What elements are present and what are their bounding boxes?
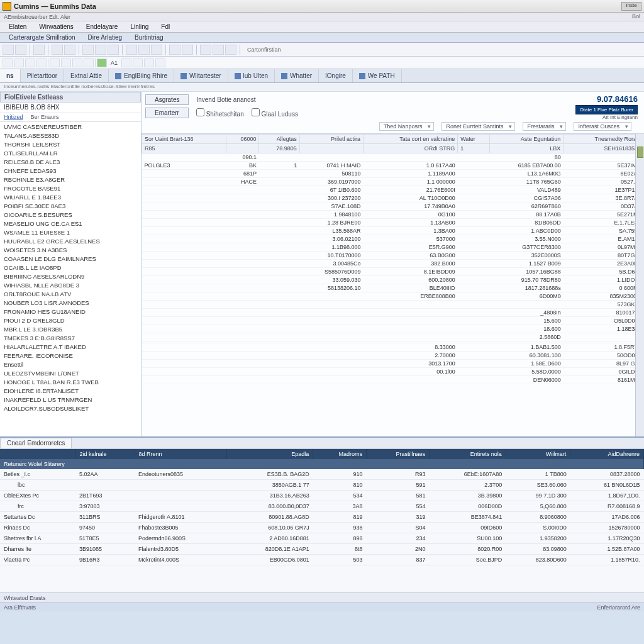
bottom-header-cell[interactable]: 8d Rrenn	[135, 449, 226, 459]
sidebar-item[interactable]: FEERARE. IECORONISE	[0, 351, 141, 360]
sidebar-item[interactable]: MEASELIO UNG OE.CA ES1	[0, 219, 141, 228]
filter-drop-1[interactable]: Thed Nanposrs	[379, 122, 435, 131]
table-row[interactable]: DEN060008161M00	[142, 376, 644, 384]
tool2-icon-1[interactable]	[3, 58, 13, 67]
tool2-icon-2[interactable]	[14, 58, 24, 67]
summary-button[interactable]: Otate 1 Five Platz Burer	[575, 105, 638, 114]
tool-icon-5[interactable]	[64, 45, 75, 55]
check-label-1[interactable]: Shihetschitan	[196, 108, 244, 118]
table-row[interactable]: 00.1l005.58D.00000GILD00	[142, 368, 644, 376]
mode-item-2[interactable]: Burtintriag	[128, 33, 170, 42]
sidebar-item[interactable]: Ensettil	[0, 360, 141, 369]
table-row[interactable]: 2.7000060.3081.10050OD000	[142, 352, 644, 360]
tool-icon-13[interactable]	[182, 45, 193, 55]
menu-item-1[interactable]: Wirwaatiens	[33, 22, 79, 31]
sidebar-item[interactable]: OTLISELRLLAM LR	[0, 148, 141, 157]
table-row[interactable]: S7AE.108D17.749B0A062R69T8600D37A0	[142, 203, 644, 211]
bottom-header-cell[interactable]: Madroms	[313, 449, 367, 459]
table-row[interactable]: 090.180	[142, 153, 644, 162]
sidebar-item[interactable]: PIOUI 2 D GREL8GLD	[0, 316, 141, 325]
grid-h5[interactable]: Tata cort en valcratine	[364, 135, 458, 144]
export-button[interactable]: Emarterr	[145, 108, 189, 118]
nav-tab-8[interactable]: We PATH	[353, 69, 402, 82]
filter-drop-3[interactable]: Frestararis	[523, 122, 566, 131]
table-row[interactable]: 1.1B98.000E5R.G900G3T7CER83000L97M00	[142, 243, 644, 252]
bottom-row[interactable]: lbc3850AGB.1 778105912.3T00SE3.60.06061 …	[0, 480, 644, 491]
tool2-icon-10[interactable]	[133, 58, 143, 67]
tool2-icon-3[interactable]	[25, 58, 35, 67]
tool-icon-6[interactable]	[82, 45, 94, 55]
sidebar-item[interactable]: WIHIASBL NLLE ABG8DE 3	[0, 280, 141, 289]
table-row[interactable]: 300.I 237200AL T10O0D00CGIS7A063E.8R7A0	[142, 194, 644, 203]
scrollbar-thumb[interactable]	[637, 147, 643, 158]
table-row[interactable]: 15.600O5L0D000	[142, 317, 644, 325]
tool-icon-9[interactable]	[126, 45, 137, 55]
bottom-row[interactable]: frc3:9700383.000.B0,0D373A8554006D00D5,Q…	[0, 501, 644, 512]
table-row[interactable]: 3013.17001.58E.D6008L97 G00	[142, 360, 644, 368]
tool2-icon-8[interactable]	[84, 58, 94, 67]
nav-tab-4[interactable]: Wlitartester	[174, 69, 228, 82]
nav-tab-6[interactable]: Whatter	[275, 69, 319, 82]
sidebar-item[interactable]: THORSHI LEILSRST	[0, 140, 141, 148]
sidebar-item[interactable]: UVMC CASENEREUSTIBER	[0, 122, 141, 131]
tool-icon-7[interactable]	[95, 45, 106, 55]
sidebar-item[interactable]: POIBFI SE.30EE 8AE3	[0, 201, 141, 210]
table-row[interactable]: 58138206.10BLE40IIID1817.281688s0 600M0	[142, 284, 644, 292]
bottom-row[interactable]: Rinaes Dc97450Fhaboste3B005608.10.06 GR7…	[0, 523, 644, 533]
sidebar-item[interactable]: OICOARILE S.BESURES	[0, 210, 141, 219]
tool2-icon-7[interactable]	[72, 58, 82, 67]
filter-drop-4[interactable]: Infterast Ousces	[574, 122, 631, 131]
sidebar-tab-2[interactable]: Ber Enaurs	[27, 113, 63, 121]
table-row[interactable]: _4808In81001740	[142, 309, 644, 317]
table-row[interactable]: S585076D0098.1EIBDD091057.16BG885B.D600	[142, 268, 644, 276]
sidebar-tab-1[interactable]: Hritized	[0, 113, 27, 121]
nav-tab-5[interactable]: lub Ulten	[228, 69, 275, 82]
sidebar-item[interactable]: EIOHLERE I8.ERTANLISET	[0, 386, 141, 395]
sidebar-item[interactable]: HIALARLALETRE A.T IBAKED	[0, 342, 141, 351]
tool-icon-12[interactable]	[169, 45, 180, 55]
sidebar-item[interactable]: NOUBER LO3 LISR.AMNODES	[0, 298, 141, 307]
mode-item-1[interactable]: Dire Arlatieg	[82, 33, 128, 42]
bottom-header-cell[interactable]: Wiilmart	[506, 449, 570, 459]
tool2-icon-11[interactable]	[144, 58, 154, 67]
table-row[interactable]: 681P5081101.1189A00L13.1A6M0G8E02AB	[142, 170, 644, 178]
table-row[interactable]: 2.5860D	[142, 333, 644, 341]
sidebar-item[interactable]: RBCHINLE E3.A8GER	[0, 175, 141, 184]
tool-icon-11[interactable]	[151, 45, 162, 55]
bottom-tab[interactable]: Cnearl Emdorroretcs	[0, 438, 72, 448]
sidebar-item[interactable]: OCAIIB.L LE IAO8PD	[0, 263, 141, 272]
check-2[interactable]	[252, 108, 260, 116]
menu-item-4[interactable]: Fdl	[155, 22, 176, 31]
table-row[interactable]: 1.98481000G10088.17A0B5E271M0	[142, 211, 644, 219]
table-row[interactable]: 33:059.030600.20800915.70 78DR801.LIDO00	[142, 276, 644, 284]
sidebar-item[interactable]: ALOILDCR7.SUBODSUBLIKET	[0, 404, 141, 413]
nav-tab-7[interactable]: IOngire	[319, 69, 353, 82]
menu-item-2[interactable]: Endelayare	[80, 22, 125, 31]
tool-icon-3[interactable]	[33, 45, 45, 55]
bottom-row[interactable]: Viaetra Pc9B16R3Mckrotint4.000SEB00GD6.0…	[0, 555, 644, 565]
bottom-header-cell[interactable]: Prastillnaes	[367, 449, 430, 459]
table-row[interactable]: ERBE808B006D00M0835M2300.6	[142, 292, 644, 301]
sidebar-item[interactable]: HUURABLL E2 GRCE.AESLELNES	[0, 236, 141, 245]
nav-tab-1[interactable]: Piletarttoor	[21, 69, 64, 82]
sidebar-item[interactable]: ULEOZSTVMBEINI L/ONET	[0, 369, 141, 377]
grid-h2[interactable]: 06000	[226, 135, 259, 144]
tool2-icon-5[interactable]	[50, 58, 60, 67]
check-label-2[interactable]: Glaal Luduss	[252, 108, 298, 118]
tool2-icon-12[interactable]	[155, 58, 165, 67]
table-row[interactable]: 573GK00	[142, 301, 644, 309]
sidebar-item[interactable]: HONOGE L T8AL.BAN R.E3 TWEB	[0, 377, 141, 386]
sidebar-item[interactable]: WOISETES 3.N A3BES	[0, 245, 141, 254]
nav-tab-0[interactable]: ns	[0, 69, 21, 82]
table-row[interactable]: POLGLE3BK10741 H MAID1.0 617A406185 EB7A…	[142, 162, 644, 170]
menu-item-3[interactable]: Linling	[124, 22, 155, 31]
table-row[interactable]: 18.6001.18E300	[142, 325, 644, 333]
grid-scrollbar[interactable]	[635, 134, 644, 436]
bottom-row[interactable]: ObleEXtes Pc2B1T69331B3.16.AB2635345813B…	[0, 491, 644, 501]
bottom-header-cell[interactable]: AidDahrenre	[570, 449, 644, 459]
tool2-icon-6[interactable]	[61, 58, 71, 67]
grid-h1[interactable]: Sor Uaint Brart-136	[142, 135, 226, 144]
bottom-header-cell[interactable]: 2id kalnale	[75, 449, 135, 459]
menu-item-0[interactable]: Elaten	[3, 22, 33, 31]
tool-icon-2[interactable]	[15, 45, 26, 55]
